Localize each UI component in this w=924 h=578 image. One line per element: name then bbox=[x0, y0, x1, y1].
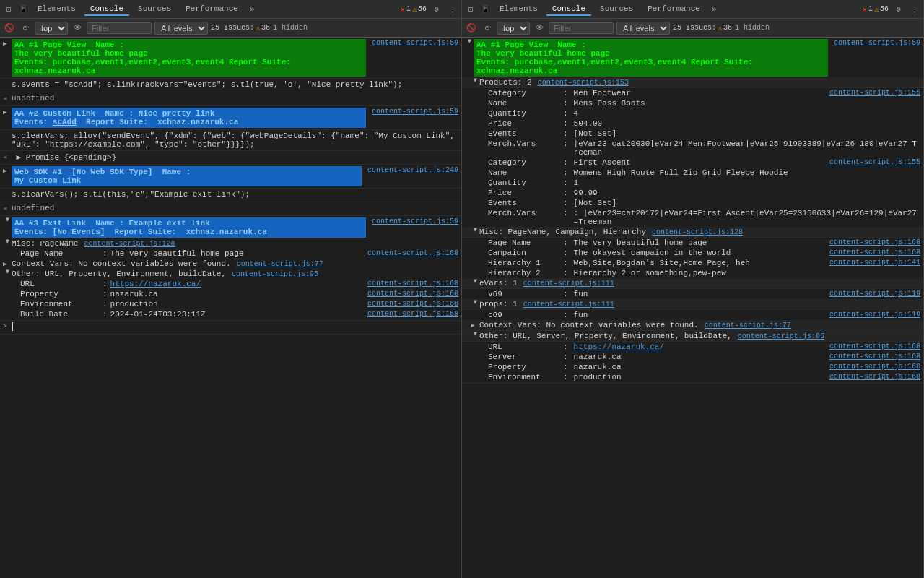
log-row-code3[interactable]: s.clearVars(); s.tl(this,"e","Example ex… bbox=[0, 189, 461, 201]
left-console-content[interactable]: ▶ AA #1 Page View Name : The very beauti… bbox=[0, 38, 461, 578]
tab-sources-right[interactable]: Sources bbox=[594, 3, 639, 16]
right-props-section[interactable]: ▶ props: 1 content-script.js:111 bbox=[462, 299, 923, 310]
settings-icon-right[interactable]: ⚙ bbox=[893, 4, 905, 15]
log-row-aa3[interactable]: ▶ AA #3 Exit Link Name : Example exit li… bbox=[0, 217, 461, 238]
misc-pagename-section[interactable]: ▶ Misc: PageName content-script.js:128 bbox=[0, 238, 461, 249]
expand-aa1[interactable]: ▶ bbox=[3, 40, 12, 48]
right-evars-arrow[interactable]: ▶ bbox=[471, 280, 479, 288]
log-row-aa2[interactable]: ▶ AA #2 Custom Link Name : Nice pretty l… bbox=[0, 107, 461, 129]
log-row-code2[interactable]: s.clearVars; alloy("sendEvent", {"xdm": … bbox=[0, 131, 461, 150]
other-url-source[interactable]: content-script.js:95 bbox=[232, 270, 318, 278]
tab-console-right[interactable]: Console bbox=[546, 3, 591, 16]
right-context-vars-source[interactable]: content-script.js:77 bbox=[705, 322, 791, 329]
more-tabs-left[interactable]: » bbox=[247, 4, 258, 15]
right-expand-aa1[interactable]: ▶ bbox=[466, 40, 474, 48]
log-row-undef2[interactable]: ◀ undefined bbox=[0, 203, 461, 215]
websdk1-source[interactable]: content-script.js:249 bbox=[367, 166, 458, 174]
right-misc-arrow[interactable]: ▶ bbox=[471, 228, 479, 237]
level-select-right[interactable]: All levels bbox=[616, 22, 670, 35]
log-row-undef1[interactable]: ◀ undefined bbox=[0, 93, 461, 105]
products-source[interactable]: content-script.js:153 bbox=[538, 79, 629, 87]
right-props-source[interactable]: content-script.js:111 bbox=[523, 301, 614, 309]
products-arrow[interactable]: ▶ bbox=[471, 79, 479, 87]
right-evars-source[interactable]: content-script.js:111 bbox=[523, 280, 614, 288]
right-aa1-source[interactable]: content-script.js:59 bbox=[834, 39, 920, 47]
aa2-line2: Events: scAdd Report Suite: xchnaz.nazar… bbox=[14, 118, 238, 126]
aa3-source[interactable]: content-script.js:59 bbox=[372, 217, 458, 225]
level-select-left[interactable]: All levels bbox=[154, 22, 208, 35]
url-src[interactable]: content-script.js:168 bbox=[367, 280, 458, 288]
context-select-left[interactable]: top bbox=[35, 22, 68, 35]
other-url-section[interactable]: ▶ Other: URL, Property, Environment, bui… bbox=[0, 269, 461, 279]
more-tabs-right[interactable]: » bbox=[709, 4, 720, 15]
prod2-cat-src[interactable]: content-script.js:155 bbox=[829, 158, 920, 167]
context-vars-source[interactable]: content-script.js:77 bbox=[237, 260, 323, 268]
right-pagename-val: The very beautiful home page bbox=[574, 238, 827, 247]
right-props-arrow[interactable]: ▶ bbox=[471, 301, 479, 309]
pagename-src[interactable]: content-script.js:168 bbox=[367, 249, 458, 257]
expand-aa2[interactable]: ▶ bbox=[3, 108, 12, 116]
context-vars-arrow[interactable]: ▶ bbox=[3, 260, 12, 268]
right-property-src[interactable]: content-script.js:168 bbox=[829, 363, 920, 371]
tab-console-left[interactable]: Console bbox=[84, 3, 129, 16]
filter-input-left[interactable] bbox=[87, 22, 152, 34]
right-other-arrow[interactable]: ▶ bbox=[471, 332, 479, 341]
right-misc-source[interactable]: content-script.js:128 bbox=[652, 228, 743, 236]
settings-icon-left[interactable]: ⚙ bbox=[431, 4, 443, 15]
builddate-src[interactable]: content-script.js:168 bbox=[367, 310, 458, 318]
products-section[interactable]: ▶ Products: 2 content-script.js:153 bbox=[462, 77, 923, 88]
cursor-row[interactable]: > bbox=[0, 322, 461, 333]
environment-src[interactable]: content-script.js:168 bbox=[367, 300, 458, 308]
expand-websdk1[interactable]: ▶ bbox=[3, 167, 12, 175]
right-context-vars-section[interactable]: ▶ Context Vars: No context variables wer… bbox=[462, 320, 923, 331]
aa1-source[interactable]: content-script.js:59 bbox=[372, 39, 458, 47]
eye-icon-right[interactable]: 👁 bbox=[533, 22, 546, 35]
right-c69-src[interactable]: content-script.js:119 bbox=[829, 311, 920, 319]
log-row-websdk1[interactable]: ▶ Web SDK #1 [No Web SDK Type] Name : My… bbox=[0, 165, 461, 187]
context-select-right[interactable]: top bbox=[497, 22, 530, 35]
mobile-icon[interactable]: 📱 bbox=[17, 4, 29, 15]
right-url-src[interactable]: content-script.js:168 bbox=[829, 342, 920, 351]
right-misc-section[interactable]: ▶ Misc: PageName, Campaign, Hierarchy co… bbox=[462, 227, 923, 238]
cursor-content[interactable] bbox=[12, 322, 458, 331]
right-other-source[interactable]: content-script.js:95 bbox=[738, 332, 824, 340]
right-evars-section[interactable]: ▶ eVars: 1 content-script.js:111 bbox=[462, 278, 923, 289]
clear-console-left[interactable]: 🚫 bbox=[3, 22, 16, 35]
more-options-icon-right[interactable]: ⋮ bbox=[909, 4, 920, 15]
collapse-icon-left[interactable]: ⊝ bbox=[19, 22, 32, 35]
misc-pagename-arrow[interactable]: ▶ bbox=[4, 240, 12, 249]
eye-icon-left[interactable]: 👁 bbox=[71, 22, 84, 35]
property-src[interactable]: content-script.js:168 bbox=[367, 290, 458, 298]
mobile-icon-right[interactable]: 📱 bbox=[479, 4, 491, 15]
clear-console-right[interactable]: 🚫 bbox=[465, 22, 478, 35]
aa2-source[interactable]: content-script.js:59 bbox=[372, 108, 458, 116]
tab-elements-right[interactable]: Elements bbox=[494, 3, 544, 16]
right-context-vars-arrow[interactable]: ▶ bbox=[471, 322, 479, 329]
log-row-promise[interactable]: ◀ ▶ Promise {<pending>} bbox=[0, 152, 461, 163]
context-vars-section[interactable]: ▶ Context Vars: No context variables wer… bbox=[0, 259, 461, 269]
right-pagename-src[interactable]: content-script.js:168 bbox=[829, 238, 920, 247]
tab-sources-left[interactable]: Sources bbox=[132, 3, 177, 16]
prod1-cat-src[interactable]: content-script.js:155 bbox=[829, 89, 920, 98]
right-aa1-row[interactable]: ▶ AA #1 Page View Name : The very beauti… bbox=[462, 38, 923, 77]
misc-pagename-source[interactable]: content-script.js:128 bbox=[84, 240, 175, 248]
right-console-content[interactable]: ▶ AA #1 Page View Name : The very beauti… bbox=[462, 38, 923, 578]
tab-performance-left[interactable]: Performance bbox=[180, 3, 244, 16]
filter-input-right[interactable] bbox=[549, 22, 614, 34]
right-v69-src[interactable]: content-script.js:119 bbox=[829, 290, 920, 298]
expand-undef1: ◀ bbox=[3, 95, 12, 103]
expand-aa3[interactable]: ▶ bbox=[4, 218, 12, 227]
expand-promise[interactable]: ◀ bbox=[3, 153, 12, 161]
log-row-code1[interactable]: s.events = "scAdd"; s.linkTrackVars="eve… bbox=[0, 79, 461, 91]
right-campaign-src[interactable]: content-script.js:168 bbox=[829, 249, 920, 257]
right-server-src[interactable]: content-script.js:168 bbox=[829, 353, 920, 361]
right-hierarchy1-src[interactable]: content-script.js:141 bbox=[829, 259, 920, 267]
tab-elements-left[interactable]: Elements bbox=[32, 3, 82, 16]
right-environment-src[interactable]: content-script.js:168 bbox=[829, 373, 920, 381]
log-row-aa1[interactable]: ▶ AA #1 Page View Name : The very beauti… bbox=[0, 38, 461, 77]
more-options-icon-left[interactable]: ⋮ bbox=[447, 4, 458, 15]
right-other-section[interactable]: ▶ Other: URL, Server, Property, Environm… bbox=[462, 331, 923, 342]
collapse-icon-right[interactable]: ⊝ bbox=[481, 22, 494, 35]
tab-performance-right[interactable]: Performance bbox=[642, 3, 706, 16]
other-url-arrow[interactable]: ▶ bbox=[4, 270, 12, 279]
